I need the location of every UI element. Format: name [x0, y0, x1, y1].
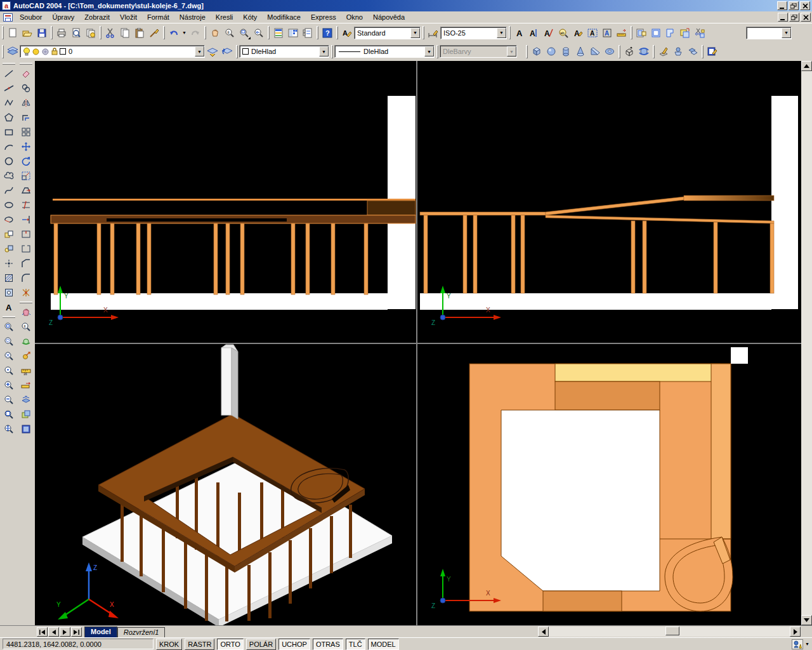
text-style-combo[interactable]: Standard▼: [354, 27, 421, 39]
toggle-rastr[interactable]: RASTR: [185, 639, 214, 650]
section-button[interactable]: [671, 44, 685, 58]
rotate-button[interactable]: [18, 154, 34, 168]
toolbar-grip[interactable]: [20, 302, 32, 303]
first-tab-button[interactable]: [37, 627, 48, 637]
solids-box-button[interactable]: [529, 44, 544, 58]
viewport-divider-horizontal[interactable]: [35, 343, 801, 344]
extend-button[interactable]: [18, 212, 34, 227]
toolbar-grip[interactable]: [51, 26, 53, 39]
move-button[interactable]: [18, 139, 34, 154]
interfere-button[interactable]: [685, 44, 700, 58]
viewport-side-view[interactable]: Y Z X: [417, 61, 801, 343]
mass-properties-button[interactable]: [18, 392, 34, 407]
save-button[interactable]: [34, 26, 49, 40]
construction-line-button[interactable]: [1, 81, 16, 95]
undo-dropdown-arrow[interactable]: ▼: [181, 26, 188, 40]
menu-express[interactable]: Express: [306, 12, 341, 22]
circle-button[interactable]: [1, 154, 16, 168]
make-block-button[interactable]: [1, 241, 16, 256]
menu-soubor[interactable]: Soubor: [15, 12, 47, 22]
ellipse-arc-button[interactable]: [1, 212, 16, 227]
hatch-button[interactable]: [1, 270, 16, 285]
revision-cloud-button[interactable]: [1, 168, 16, 183]
zoom-dynamic-button[interactable]: [1, 334, 16, 348]
break-at-point-button[interactable]: [18, 227, 34, 241]
pan-tool-button[interactable]: [18, 305, 34, 319]
toolbar-grip[interactable]: [2, 26, 4, 39]
region-button[interactable]: [1, 285, 16, 300]
layout-from-template-button[interactable]: [648, 26, 663, 40]
open-file-button[interactable]: [20, 26, 34, 40]
zoom-previous-button[interactable]: [251, 26, 266, 40]
menu-koty[interactable]: Kóty: [238, 12, 262, 22]
layer-lock-all-viewports-icon[interactable]: [41, 48, 49, 56]
trim-button[interactable]: [18, 197, 34, 212]
copy-object-button[interactable]: [18, 81, 34, 95]
toolbar-grip[interactable]: [336, 26, 338, 39]
menu-napoveda[interactable]: Nápověda: [368, 12, 410, 22]
horizontal-scrollbar[interactable]: [538, 627, 801, 637]
make-object-layer-current-button[interactable]: [205, 44, 219, 58]
arc-button[interactable]: [1, 139, 16, 154]
print-preview-button[interactable]: [69, 26, 83, 40]
justify-text-button[interactable]: A: [599, 26, 614, 40]
zoom-out-button[interactable]: [1, 392, 16, 407]
match-properties-button[interactable]: [147, 26, 161, 40]
toggle-uchop[interactable]: UCHOP: [278, 639, 310, 650]
polyline-button[interactable]: [1, 95, 16, 110]
text-style-manager-button[interactable]: A: [570, 26, 585, 40]
menu-vlozit[interactable]: Vložit: [115, 12, 142, 22]
toggle-otras[interactable]: OTRAS: [313, 639, 343, 650]
toolbar-grip[interactable]: [526, 45, 528, 58]
zoom-window-tool-button[interactable]: [1, 319, 16, 334]
3d-orbit-icon[interactable]: [636, 44, 651, 58]
list-button[interactable]: [18, 421, 34, 436]
fillet-button[interactable]: [18, 270, 34, 285]
toolbar-grip[interactable]: [163, 26, 165, 39]
text-style-combo-arrow[interactable]: ▼: [410, 28, 420, 38]
toolbar-grip[interactable]: [204, 26, 206, 39]
area-button[interactable]: [18, 378, 34, 392]
scroll-down-button[interactable]: [801, 615, 812, 625]
scale-button[interactable]: [18, 168, 34, 183]
menu-nastroje[interactable]: Nástroje: [174, 12, 211, 22]
point-button[interactable]: [1, 256, 16, 270]
scroll-up-button[interactable]: [801, 61, 812, 71]
layer-lock-icon[interactable]: [51, 47, 58, 56]
solids-wedge-button[interactable]: [587, 44, 602, 58]
zoom-in-button[interactable]: [1, 378, 16, 392]
designcenter-button[interactable]: [285, 26, 300, 40]
zoom-center-button[interactable]: [1, 363, 16, 378]
solids-sphere-button[interactable]: [544, 44, 558, 58]
horizontal-scroll-thumb[interactable]: [665, 627, 679, 635]
zoom-realtime-button[interactable]: ±: [222, 26, 237, 40]
last-tab-button[interactable]: [71, 627, 82, 637]
dim-style-combo[interactable]: ISO-25▼: [440, 27, 507, 39]
zoom-realtime-tool-button[interactable]: ±: [18, 319, 34, 334]
color-combo-arrow[interactable]: ▼: [319, 46, 329, 56]
rectangle-button[interactable]: [1, 124, 16, 139]
new-file-button[interactable]: [5, 26, 20, 40]
slice-button[interactable]: [656, 44, 671, 58]
horizontal-scroll-track[interactable]: [549, 627, 790, 637]
linetype-combo[interactable]: DleHlad▼: [334, 45, 435, 58]
ellipse-button[interactable]: [1, 197, 16, 212]
toolbar-grip[interactable]: [236, 45, 238, 58]
toolbar-grip[interactable]: [2, 45, 4, 58]
layer-manager-button[interactable]: [5, 44, 20, 58]
offset-button[interactable]: [18, 110, 34, 124]
toolbar-grip[interactable]: [100, 26, 102, 39]
tool-palettes-button[interactable]: [300, 26, 315, 40]
single-line-text-button[interactable]: A: [527, 26, 541, 40]
zoom-extents-button[interactable]: [1, 421, 16, 436]
toolbar-grip[interactable]: [422, 26, 424, 39]
find-replace-button[interactable]: ab: [556, 26, 570, 40]
pan-realtime-button[interactable]: [207, 26, 222, 40]
insert-block-button[interactable]: [1, 227, 16, 241]
clip-viewport-button[interactable]: [692, 26, 707, 40]
toggle-orto[interactable]: ORTO: [217, 639, 243, 650]
new-layout-button[interactable]: [634, 26, 648, 40]
toolbar-grip[interactable]: [20, 63, 32, 65]
solids-cone-button[interactable]: [573, 44, 587, 58]
solids-cylinder-button[interactable]: [558, 44, 573, 58]
